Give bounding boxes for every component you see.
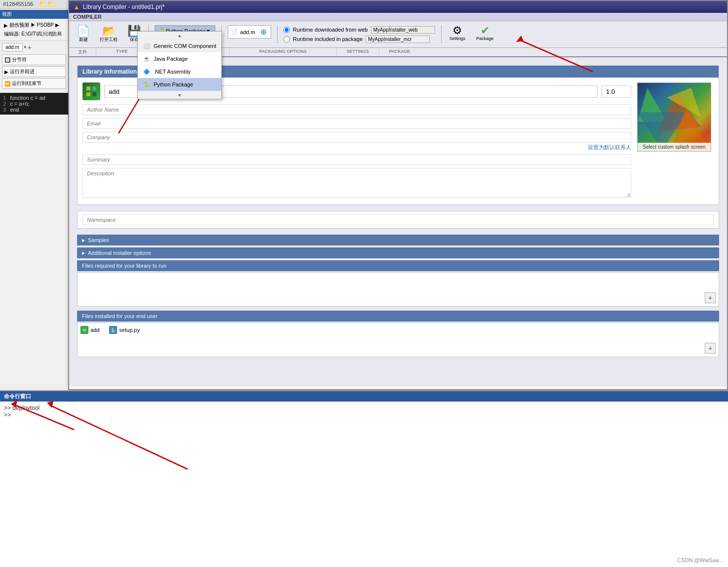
exported-functions-area: 📄 add.m ⊕ bbox=[225, 23, 274, 45]
section-label-packaging: PACKAGING OPTIONS bbox=[230, 48, 337, 56]
open-button[interactable]: 📂 打开工程 bbox=[95, 23, 122, 45]
code-editor: 1 function c = ad 2 c = a+b; 3 end bbox=[0, 93, 68, 115]
settings-icon: ⚙ bbox=[452, 25, 462, 36]
splash-shapes bbox=[638, 83, 711, 151]
company-input[interactable] bbox=[82, 132, 631, 143]
cmd-line-2: >> bbox=[4, 411, 724, 418]
files-required-header: Files required for your library to run bbox=[77, 260, 719, 271]
ribbon-sep-4 bbox=[441, 25, 442, 43]
matlab-sidebar: 视图 ▶ 损伤预测 ▶ PSOBP ▶ 编辑器: E:\GIT\四川消防局 ad… bbox=[0, 10, 69, 390]
description-textarea[interactable] bbox=[82, 168, 631, 198]
svg-rect-2 bbox=[86, 92, 90, 96]
namespace-panel bbox=[77, 211, 719, 229]
btn-run-advance[interactable]: ▶ 运行并前进 bbox=[2, 66, 66, 77]
radio-option-1: Runtime downloaded from web bbox=[283, 26, 435, 34]
summary-input[interactable] bbox=[82, 154, 631, 165]
net-icon: 🔷 bbox=[143, 68, 151, 76]
btn-section-symbol[interactable]: 🔲 分节符 bbox=[2, 54, 66, 65]
dropdown-scroll-up[interactable]: ▲ bbox=[138, 32, 221, 40]
matlab-logo-icon: ▲ bbox=[73, 3, 80, 11]
code-line-1: 1 function c = ad bbox=[3, 95, 65, 101]
sidebar-item-editor[interactable]: 编辑器: E:\GIT\四川消防局 bbox=[2, 30, 66, 39]
runtime-mcr-input[interactable] bbox=[365, 36, 430, 43]
runtime-web-radio[interactable] bbox=[283, 27, 290, 33]
splash-screen-container: Select custom splash screen bbox=[637, 82, 714, 200]
namespace-input[interactable] bbox=[82, 214, 714, 225]
add-function-plus-icon[interactable]: ⊕ bbox=[260, 27, 267, 37]
editor-tab-row: add.m × + bbox=[2, 43, 66, 51]
author-input[interactable] bbox=[82, 104, 631, 115]
new-icon: 📄 bbox=[77, 26, 90, 37]
python-icon: 🐍 bbox=[143, 81, 151, 88]
samples-arrow-icon: ▶ bbox=[82, 238, 85, 243]
java-icon: ☕ bbox=[143, 55, 151, 63]
radio-option-2: Runtime included in package bbox=[283, 36, 435, 43]
files-installed-content: M add 🐍 setup.py + bbox=[77, 323, 719, 357]
files-installed-add-btn[interactable]: + bbox=[705, 343, 716, 354]
settings-button[interactable]: ⚙ Settings bbox=[445, 23, 471, 45]
main-content-area[interactable]: Library information bbox=[69, 57, 727, 386]
files-installed-header: Files installed for your end user bbox=[77, 311, 719, 322]
section-label-file: 文件 bbox=[69, 48, 96, 56]
sidebar-tree: ▶ 损伤预测 ▶ PSOBP ▶ 编辑器: E:\GIT\四川消防局 bbox=[0, 19, 68, 40]
dropdown-item-net[interactable]: 🔷 .NET Assembly bbox=[138, 65, 221, 78]
sidebar-item-damagesim[interactable]: ▶ 损伤预测 ▶ PSOBP ▶ bbox=[2, 21, 66, 30]
new-button[interactable]: 📄 新建 bbox=[72, 23, 94, 45]
setup-file-icon: 🐍 bbox=[109, 326, 117, 334]
lib-icon bbox=[82, 82, 100, 100]
num-display: #128455156 📁 📁 bbox=[0, 0, 69, 9]
btn-run-to-end[interactable]: ⏩ 运行到结束节 bbox=[2, 78, 66, 89]
open-icon: 📂 bbox=[102, 26, 116, 37]
email-input[interactable] bbox=[82, 118, 631, 129]
svg-rect-3 bbox=[92, 92, 96, 96]
files-required-content: + bbox=[77, 272, 719, 307]
add-file-tab-area: add.m × + bbox=[0, 40, 68, 52]
section-label-settings: SETTINGS bbox=[337, 48, 379, 56]
dropdown-item-python[interactable]: 🐍 Python Package bbox=[138, 78, 221, 91]
svg-rect-1 bbox=[92, 86, 96, 90]
samples-section[interactable]: ▶ Samples bbox=[77, 235, 719, 245]
file-item-add: M add bbox=[81, 326, 99, 334]
add-function-btn[interactable]: 📄 add.m ⊕ bbox=[228, 25, 271, 39]
lib-icon-svg bbox=[85, 85, 97, 97]
generic-com-icon: ⬜ bbox=[143, 42, 151, 50]
splash-screen[interactable]: Select custom splash screen bbox=[637, 82, 711, 152]
command-window-header: 命令行窗口 bbox=[0, 391, 728, 402]
packaging-options-area: Runtime downloaded from web Runtime incl… bbox=[281, 23, 438, 45]
compiler-titlebar: ▲ Library Compiler - untitled1.prj* bbox=[69, 1, 727, 13]
dropdown-scroll-down[interactable]: ▼ bbox=[138, 91, 221, 99]
files-required-add-btn[interactable]: + bbox=[705, 292, 716, 303]
ribbon-sep-3 bbox=[277, 25, 278, 43]
watermark: CSDN @WaiSaa... bbox=[677, 557, 723, 563]
section-label-package: PACKAGE bbox=[379, 48, 420, 56]
ribbon-compiler-label: COMPILER bbox=[69, 13, 727, 21]
file-item-setup: 🐍 setup.py bbox=[109, 326, 140, 334]
command-window: 命令行窗口 >> deploytool >> bbox=[0, 390, 728, 567]
cmd-line-1: >> deploytool bbox=[4, 405, 724, 411]
runtime-web-input[interactable] bbox=[371, 26, 435, 34]
code-line-3: 3 end bbox=[3, 107, 65, 113]
compiler-title: Library Compiler - untitled1.prj* bbox=[83, 3, 164, 10]
code-line-2: 2 c = a+b; bbox=[3, 101, 65, 107]
dropdown-item-java[interactable]: ☕ Java Package bbox=[138, 52, 221, 65]
add-file-icon: M bbox=[81, 326, 88, 334]
add-file-tab[interactable]: add.m bbox=[2, 43, 23, 51]
tab-close-icon[interactable]: × bbox=[24, 44, 27, 50]
file-icon: 📄 bbox=[231, 29, 238, 35]
library-info-form: 设置为默认联系人 bbox=[82, 82, 631, 200]
set-default-link[interactable]: 设置为默认联系人 bbox=[82, 144, 631, 151]
additional-arrow-icon: ▶ bbox=[82, 251, 85, 255]
splash-label: Select custom splash screen bbox=[638, 143, 711, 151]
svg-rect-0 bbox=[86, 86, 90, 90]
additional-options-section[interactable]: ▶ Additional installer options bbox=[77, 247, 719, 258]
runtime-mcr-radio[interactable] bbox=[283, 36, 290, 42]
package-button[interactable]: ✔ Package bbox=[471, 23, 498, 45]
btn-strip-container: 🔲 分节符 ▶ 运行并前进 ⏩ 运行到结束节 bbox=[0, 52, 68, 91]
package-icon: ✔ bbox=[481, 25, 489, 36]
files-list: M add 🐍 setup.py bbox=[81, 326, 716, 334]
command-content: >> deploytool >> bbox=[0, 402, 728, 421]
sidebar-nav-header: 视图 bbox=[0, 10, 68, 19]
tab-add-icon[interactable]: + bbox=[28, 43, 32, 51]
library-version-input[interactable] bbox=[602, 85, 631, 98]
dropdown-item-generic-com[interactable]: ⬜ Generic COM Component bbox=[138, 40, 221, 52]
